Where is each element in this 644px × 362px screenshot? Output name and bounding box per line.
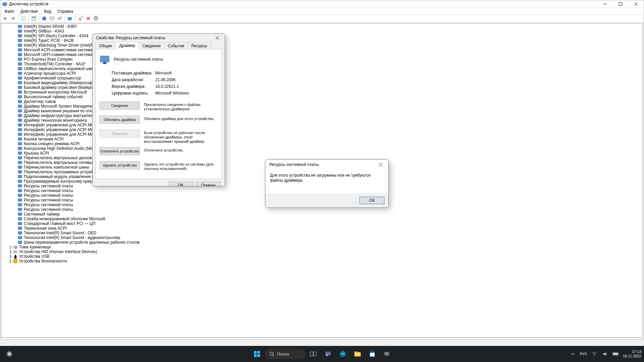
tree-item-label: Устройства HID (Human Interface Devices) <box>19 249 97 254</box>
tree-device-item[interactable]: Intel(R) Shared SRAM - 43EF <box>3 24 643 29</box>
tab-resources[interactable]: Ресурсы <box>188 42 211 49</box>
device-icon <box>17 160 23 165</box>
start-button[interactable] <box>250 347 264 361</box>
battery-icon[interactable] <box>612 347 620 361</box>
tree-item-label: Ресурсы системной платы <box>24 202 73 207</box>
forward-button[interactable] <box>9 15 17 22</box>
tree-device-item[interactable]: Служба низкоуровневой оболочки Microsoft <box>3 217 643 221</box>
tree-category-item[interactable]: ❯Устройства USB <box>3 254 643 259</box>
edge-button[interactable] <box>336 347 350 361</box>
dialog-ok-button[interactable]: OK <box>168 182 193 186</box>
svg-rect-132 <box>254 351 257 354</box>
svg-rect-34 <box>18 44 22 46</box>
show-hide-tree-button[interactable] <box>20 15 27 22</box>
svg-rect-104 <box>18 208 22 210</box>
device-icon <box>17 231 23 235</box>
tab-driver[interactable]: Драйвер <box>115 42 139 49</box>
chat-button[interactable] <box>321 347 335 361</box>
tab-details[interactable]: Сведения <box>139 42 164 49</box>
svg-rect-21 <box>79 18 81 20</box>
message-titlebar: Ресурсы системной платы <box>265 160 388 170</box>
tree-item-label: Intel(R) TypeC PCIE - 9A2B <box>24 38 74 43</box>
svg-rect-19 <box>68 17 71 20</box>
store-button[interactable] <box>366 347 379 361</box>
wifi-icon[interactable] <box>591 347 598 361</box>
tree-category-item[interactable]: ❯Устройства безопасности <box>3 259 643 263</box>
menu-help[interactable]: Справка <box>55 8 76 14</box>
svg-rect-113 <box>19 229 20 230</box>
dialog-cancel-button[interactable]: Отмена <box>196 182 221 186</box>
tree-device-item[interactable]: Технология Intel(R) Smart Sound - аудиок… <box>3 235 643 240</box>
list-view-button[interactable] <box>48 15 56 22</box>
tree-device-item[interactable]: Термальная зона ACPI <box>3 226 643 231</box>
tree-device-item[interactable]: Ресурсы системной платы <box>3 207 643 212</box>
clock[interactable]: 17:13 10.11.2022 <box>623 350 641 358</box>
explorer-button[interactable] <box>351 347 364 361</box>
expand-icon[interactable]: ❯ <box>8 259 13 263</box>
tree-device-item[interactable]: Шина перенаправителя устройств удаленных… <box>3 240 643 245</box>
expand-icon[interactable]: ❯ <box>8 254 13 259</box>
device-icon <box>17 76 23 80</box>
tab-events[interactable]: События <box>164 42 188 49</box>
update-driver-button[interactable] <box>56 15 63 22</box>
search-box[interactable]: Поиск <box>265 349 305 359</box>
minimize-button[interactable] <box>597 0 613 8</box>
svg-rect-125 <box>100 56 109 62</box>
device-icon <box>17 90 23 95</box>
device-icon <box>17 29 23 34</box>
dialog-close-button[interactable] <box>213 34 221 42</box>
tree-device-item[interactable]: Технология Intel(R) Smart Sound - OED <box>3 231 643 235</box>
svg-rect-14 <box>50 17 54 20</box>
menu-file[interactable]: Файл <box>2 8 17 14</box>
expand-icon[interactable]: ❯ <box>8 249 13 254</box>
maximize-button[interactable] <box>613 0 628 8</box>
volume-icon[interactable] <box>601 347 609 361</box>
svg-rect-116 <box>18 236 22 239</box>
svg-rect-105 <box>19 210 20 211</box>
menu-action[interactable]: Действие <box>18 8 41 14</box>
disable-device-button[interactable] <box>92 15 100 22</box>
add-legacy-button[interactable]: + <box>77 15 84 22</box>
driver-details-button[interactable]: Сведения <box>100 102 140 110</box>
tree-device-item[interactable]: Стандартный главный мост PCI — ЦП <box>3 221 643 226</box>
device-icon <box>17 240 23 245</box>
tree-category-item[interactable]: ❯Тома хранилища <box>3 245 643 249</box>
category-icon <box>13 249 18 254</box>
svg-rect-27 <box>19 27 20 28</box>
tree-device-item[interactable]: Системный таймер <box>3 212 643 217</box>
message-ok-button[interactable]: OK <box>360 197 384 204</box>
device-icon <box>17 165 23 170</box>
message-close-button[interactable] <box>376 161 384 169</box>
input-lang[interactable]: РУС <box>580 352 587 356</box>
tree-device-item[interactable]: Intel(R) SMBus - 43A3 <box>3 29 643 34</box>
task-view-button[interactable] <box>307 347 320 361</box>
taskbar-right: РУС 17:13 10.11.2022 <box>569 347 641 361</box>
svg-marker-149 <box>603 352 606 356</box>
devmgr-taskbar-button[interactable] <box>380 347 394 361</box>
svg-rect-72 <box>18 133 22 135</box>
widgets-button[interactable] <box>3 347 16 361</box>
menu-view[interactable]: Вид <box>41 8 54 14</box>
svg-point-141 <box>326 355 328 356</box>
close-button[interactable] <box>628 0 644 8</box>
tree-category-item[interactable]: ❯Устройства HID (Human Interface Devices… <box>3 249 643 254</box>
svg-rect-143 <box>355 352 361 356</box>
uninstall-button[interactable] <box>85 15 92 22</box>
disable-device-button[interactable]: Отключить устройство <box>100 147 140 155</box>
scan-hardware-button[interactable] <box>66 15 74 22</box>
svg-rect-83 <box>19 159 20 160</box>
update-driver-button[interactable]: Обновить драйвер <box>100 116 140 124</box>
svg-rect-70 <box>18 128 22 131</box>
help-button[interactable]: ? <box>41 15 48 22</box>
uninstall-device-button[interactable]: Удалить устройство <box>100 161 140 169</box>
taskbar: Поиск РУС 17:13 10.11.2022 <box>0 346 644 362</box>
properties-button[interactable] <box>30 15 38 22</box>
back-button[interactable] <box>2 15 9 22</box>
expand-icon[interactable]: ❯ <box>8 245 13 249</box>
toolbar-sep <box>65 15 65 21</box>
svg-rect-145 <box>370 353 375 357</box>
tray-chevron-icon[interactable] <box>569 347 577 361</box>
device-icon <box>17 57 23 62</box>
tab-general[interactable]: Общие <box>95 42 116 49</box>
device-icon <box>17 24 23 29</box>
